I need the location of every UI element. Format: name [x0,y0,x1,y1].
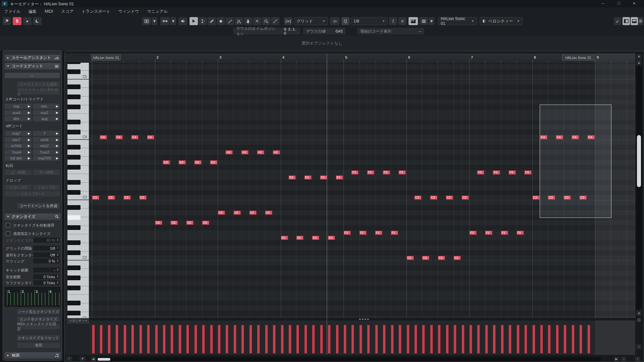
stepper-icon[interactable]: ▲▼ [57,275,59,278]
midi-note[interactable]: E2 [312,236,319,240]
midi-note[interactable]: F3 [508,170,516,175]
velocity-bar[interactable] [501,325,504,354]
chord-button-minj7[interactable]: minj7▶ [33,143,60,148]
velocity-bar[interactable] [453,325,457,354]
info-field-2[interactable]: 現在のコード表示-- [357,28,424,35]
drop24-button[interactable]: ドロップ2 + 4 [5,191,60,196]
snap-type-select[interactable]: グリッド▼ [294,17,328,25]
swing-field[interactable]: 0 %▲▼ [33,258,60,263]
controller-lane-select[interactable]: ベロシティー▼ [480,17,523,25]
length-quantize-icon[interactable]: e [398,17,407,25]
midi-note[interactable]: C3 [92,195,99,200]
solo-button[interactable]: S [13,17,21,25]
midi-note[interactable]: E3 [336,175,343,180]
record-in-editor-icon[interactable]: ● [23,17,32,25]
velocity-bar[interactable] [139,325,142,354]
note-grid[interactable]: C3C3C3C3C4C4C4C4G2G2G2G2G3G3G3G3A2A2A2A2… [89,63,635,318]
velocity-bar[interactable] [281,325,284,354]
midi-note[interactable]: C4 [115,135,123,139]
vzoom-in-button[interactable]: + [636,344,642,349]
autoscroll-dropdown[interactable]: ▼ [170,17,176,25]
black-key[interactable] [67,225,80,230]
vertical-scroll-thumb[interactable] [637,135,641,187]
black-key[interactable] [67,205,80,210]
menu-item-2[interactable]: MIDI [41,8,57,15]
chord-button-dim[interactable]: dim▶ [5,116,32,121]
left-zone-toggle-icon[interactable] [623,17,630,25]
midi-note[interactable]: G2 [202,221,209,225]
black-key-highlighted[interactable] [67,215,80,220]
velocity-bar[interactable] [359,325,362,354]
lane-preset-dropdown[interactable]: ▼ [79,356,86,361]
chord-button-m7b5[interactable]: m7/b5▶ [5,143,32,148]
stepper-icon[interactable]: ▲▼ [57,238,59,242]
velocity-bar[interactable] [587,325,590,354]
object-selection-tool[interactable] [190,17,198,25]
menu-item-4[interactable]: トランスポート [77,7,114,16]
timeline-ruler[interactable]: 23456789HALion Sonic 01HALion Sonic 01 [89,53,635,63]
midi-note[interactable]: E3 [288,175,296,180]
velocity-bar[interactable] [92,325,95,354]
part-name-tab-left[interactable]: HALion Sonic 01 [92,55,120,60]
midi-note[interactable]: F3 [367,170,374,175]
midi-note[interactable]: F3 [493,170,500,175]
velocity-bar[interactable] [422,325,425,354]
velocity-bar[interactable] [186,325,189,354]
velocity-bar[interactable] [336,325,339,354]
velocity-bar[interactable] [194,325,197,354]
black-key[interactable] [67,301,80,305]
layers-dropdown[interactable]: ▼ [429,17,434,25]
stepper-icon[interactable]: ▲▼ [57,259,59,262]
grid-relative-icon[interactable]: -|+ [330,17,339,25]
lane-zoom-handle[interactable] [637,318,641,322]
velocity-bar[interactable] [210,325,213,354]
velocity-bar[interactable] [249,325,252,354]
open-in-lower-zone-icon[interactable]: ↙ [614,17,621,25]
freeze-quantize-button[interactable]: MIDI クオンタイズを固定 [17,324,60,329]
midi-note[interactable]: F2 [501,231,508,235]
velocity-bar[interactable] [233,325,236,354]
midi-note[interactable]: C4 [131,135,139,139]
chevron-down-icon[interactable]: ▼ [57,247,59,249]
velocity-bar[interactable] [131,325,134,354]
soft-quantize-checkbox[interactable] [6,231,10,236]
maximize-button[interactable]: ▢ [617,1,620,5]
chord-button-7sus4[interactable]: 7sus4▶ [5,149,32,155]
black-key[interactable] [67,145,80,149]
match-chord-track-button[interactable]: コードトラックに合わせる [17,89,60,95]
lower-zone-toggle-icon[interactable] [631,17,638,25]
midi-note[interactable]: C4 [100,135,107,139]
stepper-icon[interactable]: ▲▼ [57,268,59,272]
menu-item-6[interactable]: マニュアル [143,7,171,16]
black-key[interactable] [67,250,80,255]
velocity-bar[interactable] [218,325,221,354]
chord-button-fulldim[interactable]: full dim▶ [5,156,32,161]
black-key[interactable] [67,276,80,280]
setup-gear-icon[interactable] [638,17,643,25]
acoustic-feedback-icon[interactable] [33,17,42,25]
midi-note[interactable]: C4 [147,135,154,139]
midi-note[interactable]: F2 [517,231,524,235]
section-transpose[interactable]: ► 移調 [5,352,61,359]
horizontal-scrollbar[interactable] [97,357,601,361]
black-key[interactable] [67,155,80,160]
velocity-bar[interactable] [328,325,331,354]
menu-item-1[interactable]: 編集 [24,7,41,16]
velocity-bar[interactable] [532,325,535,354]
midi-note[interactable]: A2 [265,210,272,215]
black-key[interactable] [67,165,80,170]
color-menu-dropdown[interactable]: ▼ [152,17,157,25]
midi-note[interactable]: G3 [163,160,170,165]
add-chord-track-button[interactable]: コードトラックを追加 [17,81,60,87]
midi-note[interactable]: F2 [391,231,398,235]
autoscroll-icon[interactable] [160,17,170,25]
grid-spacing-field[interactable]: 1/8▼ [33,246,60,251]
velocity-bar[interactable] [108,325,111,354]
rough-quantize-field[interactable]: 0 Ticks▲▼ [33,280,60,285]
black-key[interactable] [67,63,80,64]
black-key[interactable] [67,180,80,185]
velocity-bar[interactable] [367,325,370,354]
piano-keyboard[interactable]: C1C2C3C4C5 [67,63,89,318]
create-chord-event-button[interactable]: コードイベントを作成 [17,203,60,209]
velocity-bar[interactable] [170,325,173,354]
